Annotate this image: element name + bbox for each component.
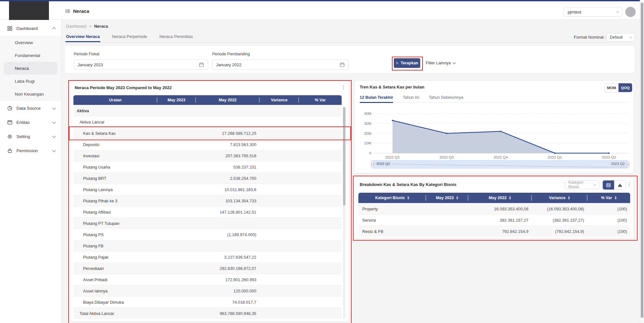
sidebar-item-data-source[interactable]: Data Source	[0, 101, 61, 115]
breadcrumb-separator: >	[89, 24, 92, 29]
row-label: Kas & Setara Kas	[73, 128, 157, 139]
app-root: Neraca pjmtest DashboardOverviewFundamen…	[0, 0, 644, 323]
kategori-bisnis-dropdown[interactable]: Kategori Bisnis	[565, 180, 599, 189]
periode-fiskal-input[interactable]: January 2023	[74, 60, 208, 70]
row-value	[196, 218, 260, 229]
neraca-row-piutang-pihak-ke-3[interactable]: Piutang Pihak ke 3103.134.354.733	[73, 195, 342, 206]
page-scrollbar[interactable]	[640, 0, 644, 323]
column-header-may-2022[interactable]: May 2022	[468, 193, 532, 203]
sidebar-item-permission[interactable]: Permission	[0, 143, 61, 158]
neraca-row-aktiva[interactable]: Aktiva	[73, 105, 342, 116]
lock-icon	[7, 148, 13, 153]
row-value: 120.000.000	[196, 285, 260, 296]
neraca-row-kas-setara-kas[interactable]: Kas & Setara Kas17.268.586.712,25	[73, 127, 342, 139]
sidebar-item-entitas[interactable]: Entitas	[0, 115, 61, 129]
bar-chart-icon	[618, 183, 622, 188]
neraca-row-piutang-brt[interactable]: Piutang BRT2.538.254.700	[73, 172, 342, 184]
neraca-row-piutang-usaha[interactable]: Piutang Usaha538.237.231	[73, 161, 342, 172]
sidebar-item-neraca[interactable]: Neraca	[4, 62, 57, 75]
column-header-may-2022: May 2022	[196, 95, 260, 105]
neraca-row-piutang-ps[interactable]: Piutang PS(1.169.974.000)	[73, 229, 342, 240]
toggle-qoq[interactable]: QOQ	[618, 83, 632, 92]
more-menu-icon[interactable]: ⋮	[627, 182, 632, 187]
neraca-row-investasi[interactable]: Investasi207.363.795.516	[73, 150, 342, 161]
sidebar: DashboardOverviewFundamentalNeracaLaba R…	[0, 19, 62, 323]
filter-lainnya-label: Filter Lainnya	[426, 60, 451, 65]
breakdown-card: Breakdown Kas & Setara Kas By Kategori B…	[354, 177, 634, 239]
row-value	[157, 218, 196, 229]
neraca-row-piutang-fb[interactable]: Piutang FB	[73, 240, 342, 251]
tab-neraca-perentitas[interactable]: Neraca Perentitas	[159, 34, 193, 42]
range-tab-tahun-sebelumnya[interactable]: Tahun Sebelumnya	[429, 95, 463, 103]
sidebar-item-non-keuangan[interactable]: Non Keuangan	[4, 88, 57, 100]
sidebar-item-laba-rugi[interactable]: Laba Rugi	[4, 75, 57, 88]
neraca-row-piutang-lainnya[interactable]: Piutang Lainnya10.011.861.183,6	[73, 184, 342, 195]
row-label: Resto & FB	[358, 226, 426, 237]
range-tab-12-bulan-terakhir[interactable]: 12 Bulan Terakhir	[360, 95, 393, 103]
sidebar-item-fundamental[interactable]: Fundamental	[4, 49, 57, 62]
sidebar-item-dashboard[interactable]: Dashboard	[0, 21, 61, 35]
table-view-button[interactable]	[603, 180, 614, 189]
menu-fold-icon[interactable]	[65, 8, 71, 14]
neraca-row-asset-pribadi[interactable]: Asset Pribadi172.901.260.993	[73, 274, 342, 285]
more-menu-icon[interactable]: ⋮	[341, 85, 346, 89]
row-value	[299, 218, 342, 229]
page-scrollbar-thumb[interactable]	[641, 3, 643, 318]
sidebar-item-overview[interactable]: Overview	[4, 36, 57, 49]
tab-overview-neraca[interactable]: Overview Neraca	[66, 34, 100, 42]
chart-view-button[interactable]	[614, 180, 626, 189]
neraca-row-biaya-dibayar-dimuka[interactable]: Biaya Dibayar Dimuka74.016.017,7	[73, 296, 342, 308]
tab-neraca-perperiode[interactable]: Neraca Perperiode	[112, 34, 147, 42]
column-header-may-2023[interactable]: May 2023	[426, 193, 468, 203]
brush-right-handle[interactable]	[627, 161, 630, 168]
user-dropdown[interactable]: pjmtest	[564, 7, 623, 17]
row-value	[157, 162, 196, 172]
row-value: 207.363.795.516	[196, 150, 260, 161]
brush-left-handle[interactable]	[371, 161, 374, 168]
sidebar-item-setting[interactable]: Setting	[0, 129, 61, 143]
row-value	[299, 173, 342, 184]
neraca-row-piutang-pajak[interactable]: Piutang Pajak3.227.636.547,22	[73, 251, 342, 263]
terapkan-button[interactable]: Terapkan	[394, 58, 420, 68]
neraca-row-total-aktiva-lancar[interactable]: Total Aktiva Lancar963.788.590.948,35	[73, 308, 342, 319]
breadcrumb-current: Neraca	[94, 24, 108, 29]
row-label: Investasi	[73, 150, 157, 161]
avatar[interactable]	[625, 7, 636, 17]
neraca-row-piutang-affiliasi[interactable]: Piutang Affiliasi147.126.801.142,51	[73, 206, 342, 217]
toggle-mom[interactable]: MOM	[605, 83, 618, 92]
column-header--var[interactable]: % Var	[587, 193, 630, 203]
neraca-row-asset-lainnya[interactable]: Asset lainnya120.000.000	[73, 285, 342, 296]
row-value	[196, 116, 260, 127]
neraca-row-deposito[interactable]: Deposito7.823.563.300	[73, 139, 342, 150]
breakdown-row-service[interactable]: Service382.391.157,27(382.391.157,27)(10…	[358, 214, 630, 226]
x-tick-label: 2023 Q1	[539, 155, 571, 159]
periode-pembanding-input[interactable]: January 2022	[212, 60, 349, 70]
row-value	[157, 274, 196, 285]
breadcrumb-parent[interactable]: Dashboard	[66, 24, 87, 29]
chart-range-brush[interactable]: 2022 Q2 2023 Q2	[372, 160, 628, 169]
row-value	[260, 116, 299, 127]
format-nominal-select[interactable]: Default	[607, 33, 635, 42]
filter-lainnya-button[interactable]: Filter Lainnya	[426, 60, 455, 65]
column-header-kategori-bisnis[interactable]: Kategori Bisnis	[358, 193, 426, 203]
row-value	[260, 263, 299, 274]
column-header-variance[interactable]: Variance	[532, 193, 587, 203]
table-scrollbar-thumb[interactable]	[343, 107, 346, 206]
kategori-bisnis-value: Kategori Bisnis	[568, 180, 594, 189]
table-scrollbar[interactable]	[343, 106, 346, 319]
user-name: pjmtest	[568, 10, 581, 14]
breakdown-card-title: Breakdown Kas & Setara Kas By Kategori B…	[360, 182, 457, 187]
breakdown-row-property[interactable]: Property16.093.353.400,08(16.093.353.400…	[358, 203, 630, 214]
neraca-row-piutang-pt-tutupan[interactable]: Piutang PT Tutupan	[73, 217, 342, 229]
range-tab-tahun-ini[interactable]: Tahun Ini	[403, 95, 419, 103]
filter-card: Periode Fiskal January 2023 Periode Pemb…	[64, 45, 635, 73]
row-value	[299, 184, 342, 195]
neraca-row-aktiva-lancar[interactable]: Aktiva Lancar	[73, 116, 342, 127]
range-tabs: 12 Bulan TerakhirTahun IniTahun Sebelumn…	[360, 95, 463, 103]
sidebar-menu: DashboardOverviewFundamentalNeracaLaba R…	[0, 19, 61, 158]
terapkan-label: Terapkan	[401, 61, 418, 65]
breakdown-row-resto-fb[interactable]: Resto & FB792.842.154,9(792.842.154,9)(1…	[358, 226, 630, 237]
row-label: Asset lainnya	[73, 285, 157, 296]
neraca-row-persediaan[interactable]: Persediaan292.830.196.872,07	[73, 263, 342, 274]
row-value	[260, 173, 299, 184]
